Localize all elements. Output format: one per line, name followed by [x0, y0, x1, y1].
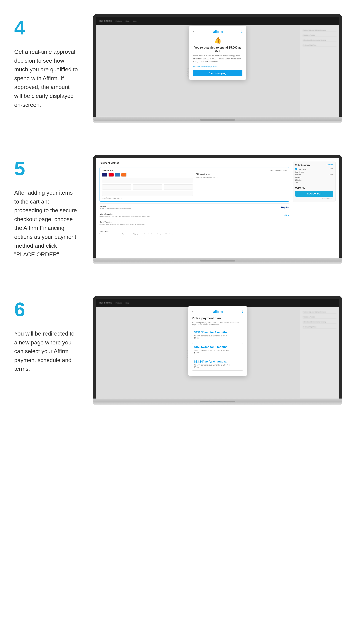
place-order-button[interactable]: PLACE ORDER — [295, 191, 333, 197]
coupon-label[interactable]: Use Coupon — [295, 171, 304, 173]
bg-sidebar-4: Features high-end flight performance Fol… — [300, 25, 339, 117]
save-future-label: Save for future purchases □ — [102, 197, 193, 199]
laptop-5: Payment Method Credit Card Secure and en… — [93, 155, 342, 264]
plan-option-3[interactable]: $83.34/mo for 6 months. Monthly payments… — [192, 358, 243, 370]
paypal-logo: PayPal — [281, 206, 289, 209]
laptop-base-4 — [93, 117, 342, 121]
right-content-6: DJI STORE Products Shop — [89, 296, 346, 405]
plan-1-amount: $333.34/mo for 3 months. — [194, 331, 241, 334]
step-number-5: 5 — [14, 159, 78, 178]
close-icon-6[interactable]: × — [192, 310, 193, 313]
plan-3-amount: $83.34/mo for 6 months. — [194, 360, 241, 363]
close-icon-4[interactable]: × — [193, 30, 194, 33]
laptop-bottom-6 — [93, 402, 342, 405]
sidebar-item-6-1: Features high-end flight performance — [303, 310, 337, 314]
info-icon-4[interactable]: ℹ — [241, 30, 242, 33]
payment-plan-modal-6: × affirm ℹ Pick a payment plan You can s… — [188, 306, 247, 376]
laptop-base-6 — [93, 398, 342, 402]
estimate-link-4[interactable]: Estimate monthly payments — [193, 65, 242, 68]
plan-subtitle: You can split up your $1,000.00 purchase… — [192, 321, 243, 326]
left-content-4: 4 Get a real-time approval decision to s… — [14, 14, 89, 109]
card-icons — [102, 173, 193, 177]
info-icon-6[interactable]: ℹ — [242, 310, 243, 313]
nav-shop-6: Shop — [126, 302, 129, 304]
laptop-bottom-5 — [93, 261, 342, 264]
checkout-grid: Payment Method Credit Card Secure and en… — [100, 162, 336, 249]
cvv-field[interactable] — [133, 184, 162, 190]
credit-card-header: Credit Card Secure and encrypted — [102, 170, 287, 172]
laptop-screen-outer-6: DJI STORE Products Shop — [93, 296, 342, 398]
bg-sidebar-6: Features high-end flight performance Fol… — [300, 307, 339, 398]
billing-section: Billing Address Same as shipping informa… — [196, 173, 287, 199]
plan-2-fee: $0.00 — [194, 352, 241, 354]
laptop-screen-outer-4: DJI STORE Products Shop More — [93, 14, 342, 117]
affirm-logo-4: affirm — [194, 29, 241, 34]
sidebar-item-4: 27-Minute Flight Time — [303, 44, 337, 47]
modal-body-4: Based on your credit, we estimate that y… — [193, 54, 242, 63]
plan-title: Pick a payment plan — [192, 316, 243, 320]
nav-shop: Shop — [126, 20, 129, 22]
plan-2-amount: $166.67/mo for 6 months. — [194, 345, 241, 349]
divider-5 — [14, 182, 28, 182]
left-content-5: 5 After adding your items to the cart an… — [14, 155, 89, 259]
tax-row: Tax — [295, 182, 333, 184]
affirm-modal-4: × affirm ℹ 👍 You're qualified to spend $… — [189, 26, 246, 80]
coupon-row: Use Coupon — [295, 171, 333, 173]
nav-products: Products — [116, 20, 122, 22]
bank-transfer-section: Bank Transfer Allow 2-5 working days for… — [100, 219, 289, 227]
thumb-up-icon: 👍 — [193, 37, 242, 44]
total-row: USD $799 — [295, 185, 333, 189]
sidebar-item-6-3: 3-Directional Environmental Sensing — [303, 320, 337, 324]
checkout-page-5: Payment Method Credit Card Secure and en… — [96, 158, 339, 258]
affirm-financing-logo: affirm — [284, 214, 289, 216]
cardholder-name-field[interactable] — [102, 191, 193, 196]
edit-cart-link[interactable]: Edit Cart — [326, 164, 333, 166]
plan-3-fee: $0.00 — [194, 366, 241, 368]
check-icon — [295, 168, 297, 170]
thumbs-up-emoji: 👍 — [214, 37, 222, 44]
total-label: USD $799 — [295, 187, 305, 189]
plan-option-2[interactable]: $166.67/mo for 6 months. Monthly payment… — [192, 343, 243, 356]
credit-card-box: Credit Card Secure and encrypted — [100, 167, 289, 202]
mastercard-icon — [108, 173, 114, 177]
plan-option-1[interactable]: $333.34/mo for 3 months. Monthly payment… — [192, 329, 243, 342]
section-6: 6 You will be redirected to a new page w… — [0, 278, 364, 419]
card-number-field[interactable] — [102, 178, 193, 183]
expiry-field[interactable] — [102, 184, 131, 190]
discount-label: Discount — [295, 177, 301, 178]
tax-label: Tax — [295, 182, 298, 184]
discount-row: Discount — [295, 177, 333, 178]
affirm-financing-desc: Monthly Payments paid Affirm. You will b… — [100, 216, 150, 217]
zip-field[interactable] — [164, 184, 193, 190]
sidebar-item-6-2: Foldable & Portable — [303, 315, 337, 319]
shipping-row: Shipping — [295, 179, 333, 181]
sidebar-item-2: Foldable & Portable — [303, 34, 337, 37]
laptop-screen-inner-4: DJI STORE Products Shop More — [96, 17, 339, 117]
paypal-desc: You will be redirected to PayPal after p… — [100, 208, 131, 209]
sidebar-item-1: Features high-end flight performance — [303, 29, 337, 32]
divider-4 — [14, 41, 28, 41]
right-content-5: Payment Method Credit Card Secure and en… — [89, 155, 346, 264]
laptop-screen-outer-5: Payment Method Credit Card Secure and en… — [93, 155, 342, 258]
order-item-price: $799 — [330, 168, 333, 170]
sidebar-item-3: 3-Directional Environmental Sensing — [303, 39, 337, 42]
amex-card-icon — [115, 173, 120, 177]
modal-header-4: × affirm ℹ — [193, 29, 242, 34]
laptop-6: DJI STORE Products Shop — [93, 296, 342, 405]
secure-label: Secure and encrypted — [270, 170, 287, 172]
payment-method-title: Payment Method — [100, 162, 289, 165]
start-shopping-button[interactable]: Start shopping — [193, 70, 242, 76]
brand-logo-6: DJI STORE — [100, 302, 112, 304]
visa-card-icon — [102, 173, 107, 177]
nav-more: More — [133, 20, 136, 22]
bank-transfer-desc: Allow 2-5 working days for your payment … — [100, 223, 145, 225]
plan-2-detail: Monthly payments over 6 months at 0% APR — [194, 349, 241, 351]
plan-3-detail: Monthly payments over 6 months at 10% AP… — [194, 364, 241, 366]
email-label: Your Email — [100, 231, 289, 233]
laptop-bottom-4 — [93, 121, 342, 123]
checkout-left: Payment Method Credit Card Secure and en… — [100, 162, 289, 249]
email-desc: We need your email address to send your … — [100, 233, 289, 235]
divider-6 — [14, 323, 28, 323]
modal-title-4: You're qualified to spend $5,000 at DJI! — [193, 46, 242, 53]
order-summary-title: Order Summary Edit Cart — [295, 164, 333, 166]
